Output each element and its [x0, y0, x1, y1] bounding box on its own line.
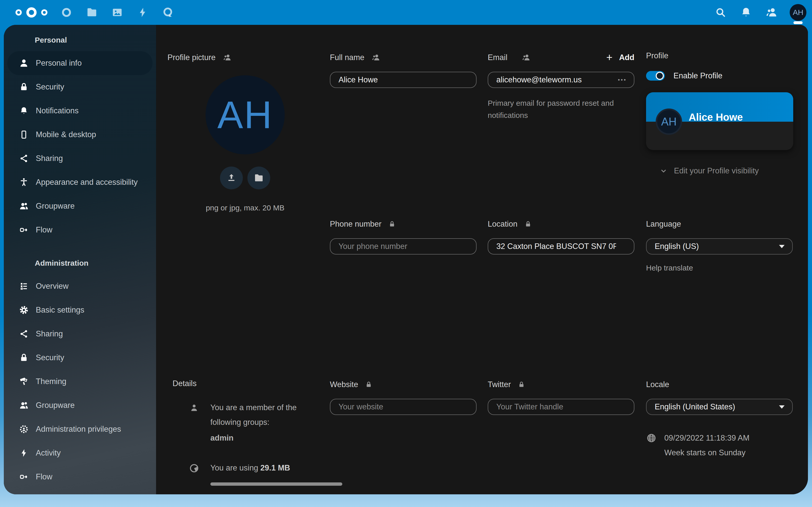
enable-profile-toggle-row[interactable]: Enable Profile — [646, 71, 793, 80]
app-menu — [54, 0, 181, 25]
location-label: Location — [488, 220, 517, 229]
phone-icon — [19, 130, 29, 139]
location-input[interactable] — [488, 238, 635, 255]
sidebar-item-flow-personal[interactable]: Flow — [7, 218, 153, 242]
enable-profile-label: Enable Profile — [673, 71, 722, 80]
contacts-icon[interactable] — [759, 0, 784, 25]
plus-icon: + — [606, 52, 613, 63]
upload-avatar-button[interactable] — [220, 167, 243, 189]
user-icon — [19, 58, 29, 68]
full-name-section: Full name — [330, 52, 476, 88]
group-icon — [19, 201, 29, 211]
profile-card-avatar: AH — [656, 109, 682, 135]
search-icon[interactable] — [708, 0, 733, 25]
sidebar-item-sharing-admin[interactable]: Sharing — [7, 322, 153, 346]
locale-label: Locale — [646, 380, 669, 389]
sidebar-heading-personal: Personal — [35, 35, 156, 45]
member-user-icon — [189, 400, 200, 445]
toggle-on-icon[interactable] — [646, 71, 665, 80]
sidebar-item-sharing-personal[interactable]: Sharing — [7, 147, 153, 170]
details-section: Details You are a member of the followin… — [167, 379, 323, 486]
files-icon[interactable] — [79, 0, 105, 25]
quota-progress-bar — [210, 483, 342, 486]
gear-user-icon — [19, 425, 29, 434]
sidebar-item-notifications[interactable]: Notifications — [7, 99, 153, 123]
language-select[interactable]: English (US) — [646, 238, 793, 255]
overview-list-icon — [19, 281, 29, 291]
sidebar-item-security-admin[interactable]: Security — [7, 346, 153, 370]
quota-value: 29.1 MB — [260, 463, 290, 472]
sidebar-item-groupware-personal[interactable]: Groupware — [7, 194, 153, 218]
email-helper-text: Primary email for password reset and not… — [488, 97, 625, 121]
scope-people-icon[interactable] — [522, 53, 530, 62]
edit-profile-visibility[interactable]: Edit your Profile visibility — [660, 166, 793, 175]
add-email-button[interactable]: + Add — [606, 52, 635, 63]
email-section: Email + Add ••• Primary email for passwo… — [488, 52, 635, 121]
sidebar-item-talk[interactable]: Talk — [7, 489, 153, 494]
chevron-down-icon — [660, 167, 667, 175]
globe-icon — [646, 431, 657, 460]
nextcloud-logo[interactable] — [11, 7, 52, 18]
email-input[interactable] — [488, 72, 635, 88]
locale-section: Locale English (United States) 09/29/202… — [646, 379, 793, 460]
full-name-label: Full name — [330, 53, 364, 62]
gear-icon — [19, 305, 29, 315]
caret-down-icon — [779, 245, 784, 248]
scope-people-icon[interactable] — [223, 53, 232, 62]
profile-picture-label: Profile picture — [167, 53, 216, 62]
help-translate-link[interactable]: Help translate — [646, 264, 693, 272]
sidebar-item-appearance[interactable]: Appearance and accessibility — [7, 170, 153, 194]
sidebar-item-label: Mobile & desktop — [36, 130, 96, 139]
sidebar-item-label: Notifications — [36, 106, 79, 115]
sidebar-item-admin-privileges[interactable]: Administration privileges — [7, 417, 153, 441]
choose-from-files-button[interactable] — [247, 167, 270, 189]
scope-lock-icon[interactable] — [365, 381, 372, 388]
scope-people-icon[interactable] — [371, 53, 380, 62]
website-section: Website — [330, 379, 476, 415]
twitter-section: Twitter — [488, 379, 635, 415]
paint-roller-icon — [19, 377, 29, 386]
sidebar-item-personal-info[interactable]: Personal info — [7, 51, 153, 75]
scope-lock-icon[interactable] — [389, 220, 396, 228]
sidebar-item-label: Appearance and accessibility — [36, 178, 138, 187]
talk-icon[interactable] — [155, 0, 181, 25]
sidebar-item-label: Security — [36, 353, 64, 362]
website-input[interactable] — [330, 399, 476, 415]
sidebar-item-label: Sharing — [36, 154, 63, 163]
sidebar-item-label: Basic settings — [36, 305, 84, 315]
user-menu: AH — [784, 0, 812, 25]
locale-select[interactable]: English (United States) — [646, 399, 793, 415]
share-icon — [19, 329, 29, 339]
photos-icon[interactable] — [105, 0, 130, 25]
full-name-input[interactable] — [330, 72, 476, 88]
user-avatar[interactable]: AH — [790, 4, 806, 21]
settings-sidebar: Personal Personal info Security Notifica… — [4, 25, 156, 494]
phone-input[interactable] — [330, 238, 476, 255]
scope-lock-icon[interactable] — [518, 381, 525, 388]
caret-down-icon — [779, 405, 784, 409]
sidebar-item-label: Flow — [36, 225, 52, 234]
dashboard-icon[interactable] — [54, 0, 79, 25]
profile-preview-card[interactable]: AH Alice Howe — [646, 92, 793, 150]
scope-lock-icon[interactable] — [524, 220, 531, 228]
sidebar-item-security[interactable]: Security — [7, 75, 153, 99]
sidebar-item-label: Overview — [36, 282, 68, 291]
lightning-icon — [19, 448, 29, 458]
sidebar-item-basic-settings[interactable]: Basic settings — [7, 298, 153, 322]
sidebar-item-flow-admin[interactable]: Flow — [7, 465, 153, 489]
bell-icon — [19, 106, 29, 116]
group-name: admin — [210, 431, 307, 445]
sidebar-item-theming[interactable]: Theming — [7, 370, 153, 393]
notifications-bell-icon[interactable] — [733, 0, 759, 25]
sidebar-item-groupware-admin[interactable]: Groupware — [7, 393, 153, 417]
flow-icon — [19, 472, 29, 482]
sidebar-item-overview[interactable]: Overview — [7, 274, 153, 298]
sidebar-item-activity[interactable]: Activity — [7, 441, 153, 465]
sidebar-item-mobile-desktop[interactable]: Mobile & desktop — [7, 123, 153, 147]
activity-icon[interactable] — [130, 0, 155, 25]
email-options-icon[interactable]: ••• — [618, 76, 627, 83]
profile-avatar: AH — [206, 75, 285, 154]
sidebar-item-label: Activity — [36, 448, 61, 458]
phone-label: Phone number — [330, 220, 382, 229]
twitter-input[interactable] — [488, 399, 635, 415]
